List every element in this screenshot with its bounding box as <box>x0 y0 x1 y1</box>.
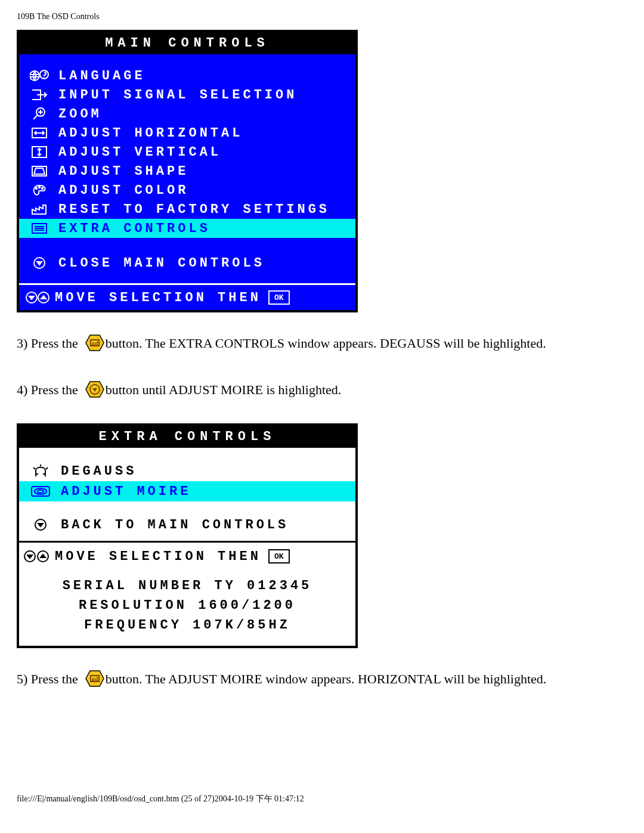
magnifier-plus-icon <box>29 106 50 122</box>
step-text: 5) Press the <box>17 666 78 692</box>
menu-item-adjust-vertical[interactable]: ADJUST VERTICAL <box>19 143 355 162</box>
menu-item-extra-controls[interactable]: EXTRA CONTROLS <box>19 219 355 238</box>
ok-box-icon: OK <box>268 290 290 305</box>
svg-text:ad: ad <box>91 677 98 683</box>
close-main-controls[interactable]: CLOSE MAIN CONTROLS <box>19 253 355 272</box>
ok-box-icon: OK <box>268 549 290 563</box>
menu-item-adjust-color[interactable]: ADJUST COLOR <box>19 181 355 200</box>
magnet-icon <box>29 463 52 479</box>
footer-move-text: MOVE SELECTION THEN <box>55 549 261 564</box>
factory-icon <box>29 202 50 217</box>
shape-trapezoid-icon <box>29 163 50 179</box>
close-label: CLOSE MAIN CONTROLS <box>58 256 265 271</box>
svg-text:ad: ad <box>91 341 98 347</box>
main-controls-title: MAIN CONTROLS <box>19 32 355 54</box>
svg-point-20 <box>38 490 44 493</box>
ok-button-icon: ad <box>85 334 102 353</box>
step-text: button. The EXTRA CONTROLS window appear… <box>106 330 546 357</box>
menu-item-language[interactable]: LANGUAGE <box>19 66 355 85</box>
list-box-icon <box>29 221 50 236</box>
menu-label: ADJUST VERTICAL <box>58 145 221 160</box>
main-controls-footer: MOVE SELECTION THEN OK <box>19 283 355 310</box>
palette-icon <box>29 182 50 198</box>
menu-item-adjust-horizontal[interactable]: ADJUST HORIZONTAL <box>19 123 355 143</box>
menu-label: RESET TO FACTORY SETTINGS <box>58 202 330 217</box>
svg-point-6 <box>36 188 37 189</box>
step-text: 4) Press the <box>17 377 78 403</box>
menu-label: ADJUST SHAPE <box>58 164 188 179</box>
menu-label: EXTRA CONTROLS <box>58 221 210 236</box>
resolution: RESOLUTION 1600/1200 <box>19 596 355 615</box>
down-button-icon <box>85 380 102 400</box>
step-3: 3) Press the ad button. The EXTRA CONTRO… <box>17 330 627 357</box>
footer-move-text: MOVE SELECTION THEN <box>55 290 261 305</box>
down-circle-icon <box>29 516 52 533</box>
svg-point-7 <box>39 187 40 188</box>
up-down-circles-icon <box>23 549 50 564</box>
extra-label: ADJUST MOIRE <box>61 484 191 499</box>
moire-icon <box>29 483 52 500</box>
extra-controls-footer: MOVE SELECTION THEN OK <box>19 541 355 569</box>
menu-label: ZOOM <box>58 107 102 122</box>
menu-label: ADJUST HORIZONTAL <box>58 126 243 141</box>
input-arrow-icon <box>29 87 50 103</box>
menu-item-zoom[interactable]: ZOOM <box>19 104 355 123</box>
step-text: button until ADJUST MOIRE is highlighted… <box>106 377 342 403</box>
back-label: BACK TO MAIN CONTROLS <box>61 518 289 532</box>
ok-button-icon: ad <box>85 670 102 689</box>
back-to-main-controls[interactable]: BACK TO MAIN CONTROLS <box>19 515 355 535</box>
extra-item-adjust-moire[interactable]: ADJUST MOIRE <box>19 481 355 501</box>
extra-info-block: SERIAL NUMBER TY 012345 RESOLUTION 1600/… <box>19 569 355 646</box>
serial-number: SERIAL NUMBER TY 012345 <box>19 576 355 596</box>
extra-controls-title: EXTRA CONTROLS <box>19 426 355 448</box>
up-down-circles-icon <box>25 290 50 305</box>
page-footer: file:///E|/manual/english/109B/osd/osd_c… <box>17 794 627 804</box>
menu-item-adjust-shape[interactable]: ADJUST SHAPE <box>19 162 355 181</box>
step-text: 3) Press the <box>17 330 78 357</box>
menu-label: LANGUAGE <box>58 69 145 83</box>
step-text: button. The ADJUST MOIRE window appears.… <box>106 666 547 692</box>
extra-item-degauss[interactable]: DEGAUSS <box>19 461 355 481</box>
menu-item-reset-factory[interactable]: RESET TO FACTORY SETTINGS <box>19 200 355 219</box>
vertical-arrows-icon <box>29 144 50 160</box>
menu-label: INPUT SIGNAL SELECTION <box>58 88 297 103</box>
globe-question-icon <box>29 68 50 83</box>
frequency: FREQUENCY 107K/85HZ <box>19 615 355 635</box>
down-circle-icon <box>29 255 50 271</box>
page-header: 109B The OSD Controls <box>17 12 627 21</box>
menu-item-input-signal[interactable]: INPUT SIGNAL SELECTION <box>19 85 355 104</box>
svg-point-8 <box>42 188 43 189</box>
main-controls-panel: MAIN CONTROLS LANGUAGE INPUT SIGNAL S <box>17 30 358 312</box>
step-4: 4) Press the button until ADJUST MOIRE i… <box>17 377 627 403</box>
extra-label: DEGAUSS <box>61 464 137 479</box>
menu-label: ADJUST COLOR <box>58 183 188 198</box>
horizontal-arrows-icon <box>29 125 50 141</box>
extra-controls-panel: EXTRA CONTROLS DEGAUSS ADJUST MOIRE <box>17 423 358 648</box>
step-5: 5) Press the ad button. The ADJUST MOIRE… <box>17 666 627 692</box>
